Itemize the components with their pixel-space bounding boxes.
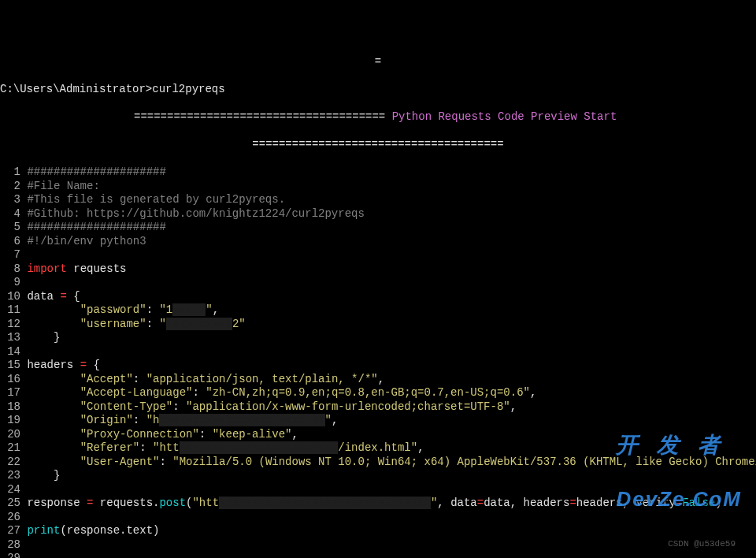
spacer-top: = (0, 55, 756, 69)
code-token: "htt (153, 441, 180, 454)
line-number: 11 (0, 303, 20, 318)
code-token (27, 441, 80, 454)
code-token: " (206, 303, 212, 316)
line-number: 17 (0, 386, 20, 400)
code-token: , (530, 386, 536, 399)
divider-sub: ====================================== (252, 138, 503, 151)
code-token: = (60, 290, 66, 303)
line-number: 8 (0, 262, 20, 277)
code-token: post (159, 497, 186, 509)
code-token: (response.text) (60, 524, 159, 537)
code-token: "Origin" (80, 414, 133, 426)
code-token (27, 373, 80, 385)
code-token: : (133, 373, 146, 385)
code-token: , (510, 400, 517, 413)
line-number: 18 (0, 400, 20, 415)
code-token: xxxxxxxxxx (166, 318, 232, 330)
line-number: 6 (0, 235, 20, 249)
code-token: , (292, 428, 298, 441)
line-number: 5 (0, 221, 20, 235)
line-number: 12 (0, 318, 20, 332)
code-token: data, headers (484, 497, 569, 509)
prompt: C:\Users\Administrator> (0, 83, 152, 95)
code-token: { (67, 290, 80, 303)
line-number: 27 (0, 524, 20, 538)
code-token: " (325, 414, 332, 426)
code-token: : (146, 318, 160, 330)
line-number: 29 (0, 552, 20, 558)
code-token (27, 400, 80, 413)
code-token: : (172, 400, 186, 413)
line-number: 26 (0, 511, 20, 525)
code-token: xxxxxxxxxxxxxxxxxxxxxxxxx (159, 414, 324, 426)
code-token: "keep-alive" (213, 428, 292, 441)
code-token: #Github: https://github.com/knightz1224/… (27, 207, 364, 220)
code-token: #File Name: (27, 180, 99, 192)
line-number: 23 (0, 469, 20, 483)
code-token: 2" (232, 318, 246, 330)
code-token (27, 318, 80, 330)
line-number: 25 (0, 497, 20, 511)
line-number: 19 (0, 414, 20, 428)
line-number: 20 (0, 428, 20, 442)
code-token: , (332, 414, 338, 426)
code-token: print (27, 524, 60, 537)
line-number: 3 (0, 193, 20, 207)
command: curl2pyreqs (152, 83, 224, 95)
code-token: , (417, 441, 424, 454)
code-token: : (159, 456, 172, 468)
code-token (27, 456, 80, 468)
line-number: 21 (0, 441, 20, 456)
code-token: import (27, 262, 66, 275)
line-number: 14 (0, 345, 20, 359)
code-token: } (27, 331, 60, 344)
line-number: 15 (0, 359, 20, 373)
line-number: 4 (0, 207, 20, 221)
code-token: } (27, 469, 60, 482)
code-token: "Content-Type" (80, 400, 173, 413)
code-token: : (146, 303, 160, 316)
line-number: 28 (0, 538, 20, 552)
code-token: = (569, 497, 576, 509)
code-token: = (477, 497, 484, 509)
line-number: 2 (0, 180, 20, 194)
code-token: : (192, 386, 206, 399)
code-token: "Proxy-Connection" (80, 428, 199, 441)
code-token: xxxxxxxxxxxxxxxxxxxxxxxx (180, 441, 339, 454)
code-token (27, 386, 80, 399)
code-token: , data (437, 497, 476, 509)
code-token: #This file is generated by curl2pyreqs. (27, 193, 285, 206)
code-token: requests (67, 262, 127, 275)
line-number: 9 (0, 276, 20, 290)
code-token: "application/x-www-form-urlencoded;chars… (186, 400, 510, 413)
code-token (27, 428, 80, 441)
code-token: " (159, 318, 165, 330)
code-token: "username" (80, 318, 146, 330)
code-token: "1 (159, 303, 172, 316)
line-number: 16 (0, 373, 20, 387)
line-number: 10 (0, 290, 20, 304)
code-token: , (378, 373, 384, 385)
code-token: "password" (80, 303, 146, 316)
code-token: ##################### (27, 166, 165, 178)
code-token: : (199, 428, 213, 441)
code-token: xxxxxxxxxxxxxxxxxxxxxxxxxxxxxxxx (219, 497, 431, 509)
code-token: = (80, 359, 87, 371)
code-token: "htt (192, 497, 219, 509)
code-token: "h (146, 414, 160, 426)
code-token (27, 414, 80, 426)
watermark: 开 发 者 DevZe.CoM (616, 404, 742, 540)
line-number: 1 (0, 166, 20, 180)
code-token: "zh-CN,zh;q=0.9,en;q=0.8,en-GB;q=0.7,en-… (206, 386, 530, 399)
code-token (27, 303, 80, 316)
divider: ====================================== (134, 110, 392, 123)
code-token: headers (27, 359, 80, 371)
line-number: 7 (0, 248, 20, 262)
code-token: requests. (93, 497, 159, 509)
code-token: : (139, 441, 153, 454)
line-number: 22 (0, 456, 20, 470)
code-token: #!/bin/env python3 (27, 235, 146, 247)
code-token: "Accept" (80, 373, 133, 385)
code-token: data (27, 290, 60, 303)
code-token: xxxxx (172, 303, 206, 316)
